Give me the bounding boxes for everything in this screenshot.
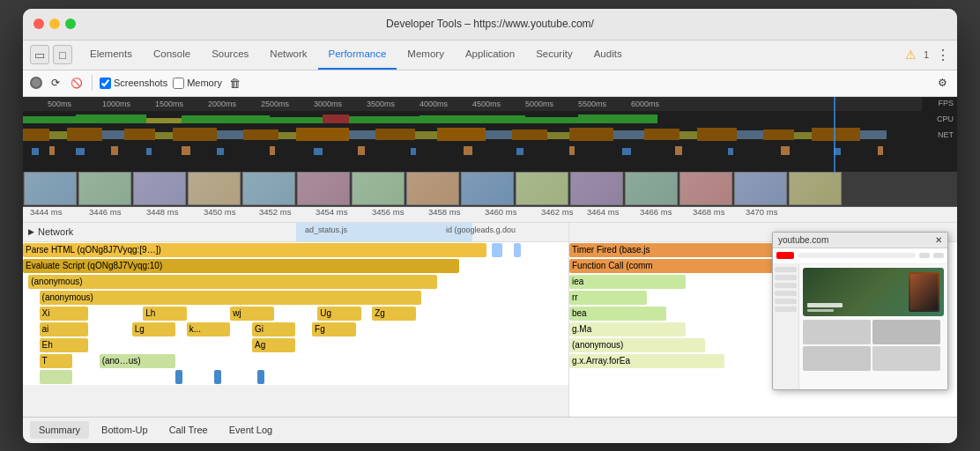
screenshot-thumb-4: [188, 172, 241, 205]
device-icon[interactable]: □: [53, 45, 72, 64]
screenshot-popup-image: [773, 248, 947, 389]
flame-row-4: (anonymous): [23, 290, 568, 306]
screenshots-checkbox[interactable]: [100, 78, 111, 89]
timing-3466: 3466 ms: [640, 207, 672, 217]
flame-row-8: T (ano…us): [23, 353, 568, 369]
timing-3450: 3450 ms: [204, 207, 235, 217]
svg-rect-55: [781, 146, 790, 155]
flame-bar-t: T: [40, 354, 72, 368]
left-panel: ▶ Network ad_status.js id (googleads.g.d…: [23, 223, 569, 417]
flame-bar-right-anon: (anonymous): [569, 338, 705, 352]
network-marker-1: ad_status.js: [305, 226, 347, 234]
close-button[interactable]: [33, 18, 44, 29]
svg-rect-41: [111, 146, 118, 155]
svg-rect-15: [155, 132, 173, 139]
tab-bottom-up[interactable]: Bottom-Up: [93, 421, 157, 439]
tab-bar: ▭ □ Elements Console Sources Network Per…: [23, 41, 957, 70]
ruler-3500: 3500ms: [367, 100, 395, 108]
delete-button[interactable]: 🗑: [227, 75, 243, 91]
svg-rect-57: [878, 146, 883, 155]
ruler-1500: 1500ms: [155, 100, 183, 108]
memory-checkbox-label[interactable]: Memory: [173, 78, 222, 89]
fps-row: [23, 111, 922, 127]
timing-3444: 3444 ms: [30, 207, 62, 217]
timeline-area[interactable]: 500ms 1000ms 1500ms 2000ms 2500ms 3000ms…: [23, 97, 957, 172]
tab-performance[interactable]: Performance: [318, 41, 397, 70]
tab-summary[interactable]: Summary: [30, 421, 89, 439]
ruler-4500: 4500ms: [472, 100, 501, 108]
maximize-button[interactable]: [65, 18, 76, 29]
timing-labels-row: 3444 ms 3446 ms 3448 ms 3450 ms 3452 ms …: [23, 207, 957, 223]
timing-3468: 3468 ms: [693, 207, 724, 217]
clear-button[interactable]: 🚫: [69, 75, 85, 91]
tab-sources[interactable]: Sources: [201, 41, 259, 70]
more-options-icon[interactable]: ⋮: [936, 47, 950, 63]
svg-rect-47: [358, 146, 365, 155]
toolbar: ⟳ 🚫 Screenshots Memory 🗑 ⚙: [23, 70, 957, 97]
flame-indicator-blue-1: [175, 370, 182, 384]
ruler-2500: 2500ms: [261, 100, 289, 108]
settings-button[interactable]: ⚙: [934, 75, 950, 91]
svg-rect-16: [173, 128, 217, 141]
flame-bar-anon-2: (anonymous): [40, 291, 421, 305]
tab-console[interactable]: Console: [143, 41, 201, 70]
flame-bar-lh: Lh: [143, 307, 187, 321]
timing-3446: 3446 ms: [89, 207, 121, 217]
svg-rect-23: [415, 131, 437, 139]
tab-event-log[interactable]: Event Log: [220, 421, 282, 439]
tab-security[interactable]: Security: [525, 41, 583, 70]
reload-button[interactable]: ⟳: [48, 75, 63, 91]
svg-rect-17: [217, 130, 243, 139]
inspect-icon[interactable]: ▭: [30, 45, 49, 64]
record-button[interactable]: [30, 77, 42, 89]
tab-elements[interactable]: Elements: [79, 41, 143, 70]
svg-rect-13: [102, 130, 124, 139]
screenshots-checkbox-label[interactable]: Screenshots: [100, 78, 167, 89]
flame-row-2: Evaluate Script (qONg8J7Vyqg:10): [23, 258, 568, 274]
svg-rect-6: [349, 116, 419, 123]
flame-row-9: [23, 369, 568, 385]
flame-bar-ug: Ug: [317, 307, 361, 321]
timing-3456: 3456 ms: [372, 207, 404, 217]
alert-badge: 1: [924, 49, 929, 60]
svg-rect-26: [512, 129, 547, 140]
svg-rect-38: [32, 148, 39, 155]
svg-rect-36: [812, 128, 860, 141]
flame-bar-bea: bea: [569, 307, 666, 321]
svg-rect-39: [49, 146, 55, 155]
flame-bar-anous: (ano…us): [100, 354, 176, 368]
tab-application[interactable]: Application: [455, 41, 525, 70]
svg-rect-52: [622, 148, 631, 155]
svg-rect-28: [569, 128, 613, 141]
svg-rect-22: [375, 129, 415, 140]
net-chart: [23, 143, 922, 159]
svg-rect-14: [124, 129, 155, 140]
popup-url: youtube.com: [778, 235, 828, 245]
flame-row-1: Parse HTML (qONg8J7Vyqg:[9…]): [23, 242, 568, 258]
tab-network[interactable]: Network: [259, 41, 317, 70]
svg-rect-18: [243, 129, 278, 140]
flame-bar-zg: Zg: [372, 307, 416, 321]
flame-row-5: Xi Lh wj Ug Zg: [23, 306, 568, 322]
memory-checkbox[interactable]: [173, 78, 184, 89]
timing-3470: 3470 ms: [746, 207, 777, 217]
timing-3460: 3460 ms: [485, 207, 516, 217]
timing-3452: 3452 ms: [259, 207, 291, 217]
window-title: Developer Tools – https://www.youtube.co…: [386, 18, 594, 30]
network-label-text: Network: [38, 226, 73, 237]
svg-rect-53: [675, 146, 682, 155]
screenshot-thumb-12: [625, 172, 678, 205]
net-row: [23, 143, 922, 159]
screenshot-popup-header: youtube.com ✕: [773, 233, 947, 248]
bottom-tabs: Summary Bottom-Up Call Tree Event Log: [23, 417, 957, 443]
tab-call-tree[interactable]: Call Tree: [160, 421, 217, 439]
timing-3454: 3454 ms: [316, 207, 347, 217]
tab-memory[interactable]: Memory: [397, 41, 455, 70]
ruler-6000: 6000ms: [631, 100, 659, 108]
tab-audits[interactable]: Audits: [583, 41, 633, 70]
popup-close[interactable]: ✕: [935, 235, 942, 245]
ruler-5500: 5500ms: [578, 100, 606, 108]
memory-label: Memory: [187, 78, 222, 88]
minimize-button[interactable]: [49, 18, 60, 29]
svg-rect-8: [525, 117, 578, 123]
